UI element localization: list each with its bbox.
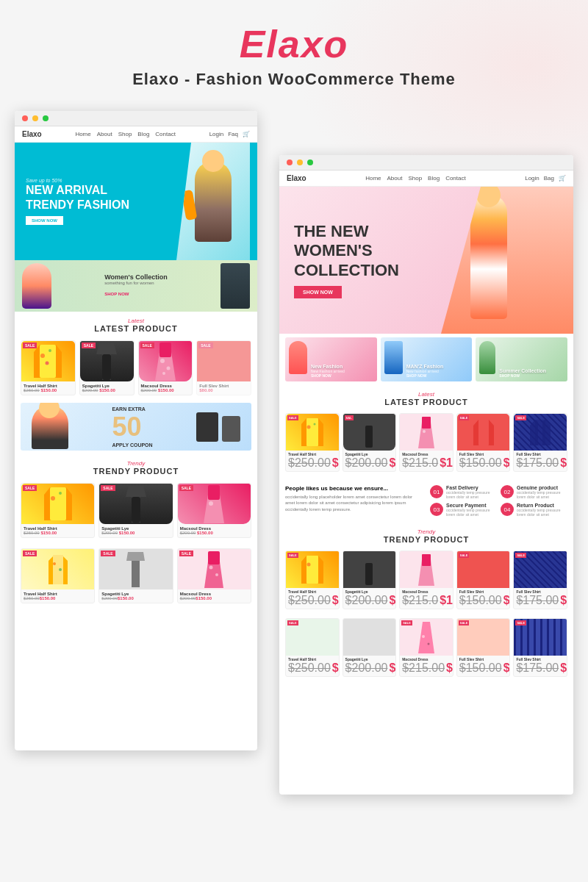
nav-contact-right[interactable]: Contact	[445, 175, 466, 182]
svg-rect-46	[478, 420, 489, 445]
extra-r-5[interactable]: SALE Full Slev Shirt $175.00$80.00	[513, 618, 567, 677]
nav-blog-left[interactable]: Blog	[137, 131, 149, 137]
r-product-4[interactable]: SALE Full Slev Shirt $150.00$80.00	[456, 413, 511, 472]
trendy-italic-left: Trendy	[15, 460, 257, 467]
feature-secure: 03 Secure Payment occidentally temp pres…	[430, 503, 497, 517]
feature-text-3: Secure Payment occidentally temp pressur…	[446, 503, 497, 517]
nav-bag-right[interactable]: Bag	[544, 175, 554, 182]
t-r-img-3	[400, 551, 453, 588]
nav-faq-left[interactable]: Faq	[228, 131, 238, 137]
features-heading: People likes us because we ensure...	[285, 485, 423, 492]
new-price-4: $80.00	[199, 388, 212, 392]
svg-point-26	[53, 562, 56, 565]
product-card-2[interactable]: SALE Spagetiti Lye $200.00 $150.00	[79, 340, 135, 395]
r-info-4: Full Slev Shirt $150.00$80.00	[457, 451, 510, 471]
product-card-1[interactable]: SALE Travel Half Shirt $250.00	[21, 340, 76, 395]
hero-title-right: THE NEW WOMEN'S COLLECTION	[294, 222, 399, 280]
nav-cart-right[interactable]: 🛒	[559, 175, 566, 182]
cat-manz-fashion[interactable]: MAN'Z Fashion New fashion arrived SHOP N…	[381, 337, 473, 381]
svg-point-16	[51, 496, 55, 501]
nav-home-left[interactable]: Home	[75, 131, 90, 137]
feature-text-1: Fast Delivery occidentally temp pressure…	[446, 485, 497, 499]
product-info-4: Full Slev Shirt $80.00	[197, 381, 251, 395]
hero-person-left	[176, 143, 250, 260]
nav-actions-right: Login Bag 🛒	[525, 175, 566, 182]
r-info-3: Macsoul Dress $215.0$150.00	[400, 451, 453, 471]
svg-marker-58	[418, 622, 434, 653]
r-product-5[interactable]: SALE Full Slev Shirt $175.00$80.00	[513, 413, 567, 472]
svg-rect-57	[422, 554, 431, 566]
hero-btn-right[interactable]: SHOW NOW	[294, 286, 342, 298]
extra-r-3[interactable]: SALE Macsoul Dress $215.00$150.00	[399, 618, 453, 677]
nav-shop-left[interactable]: Shop	[118, 131, 132, 137]
cat-summer-collection[interactable]: Summer Collection SHOP NOW	[476, 337, 567, 381]
svg-rect-9	[159, 343, 171, 357]
nav-about-right[interactable]: About	[387, 175, 403, 182]
feature-icon-2: 02	[501, 485, 514, 498]
extra-info-1: Travel Half Shirt $250.00$150.00	[21, 589, 94, 603]
svg-point-4	[49, 349, 51, 352]
cat-new-fashion[interactable]: New Fashion New Fashion arrived SHOP NOW	[285, 337, 377, 381]
womens-banner: Women's Collection something fun for wom…	[15, 260, 257, 312]
t-r-product-2[interactable]: Spagetiti Lye $200.00$80.00	[343, 551, 397, 609]
extra-card-2[interactable]: SALE Spagetiti Lye $200.00$150.00	[98, 548, 173, 603]
browser-bar-right	[279, 155, 573, 171]
trendy-card-1[interactable]: SALE Travel Half Shirt $250.00 $150.00	[21, 483, 95, 538]
hero-btn-left[interactable]: SHOW NOW	[26, 216, 63, 225]
feature-return: 04 Return Product occidentally temp pres…	[501, 503, 567, 517]
t-r-img-2	[343, 551, 396, 588]
nav-login-left[interactable]: Login	[209, 131, 224, 137]
latest-section-left: Latest Latest Product	[15, 312, 257, 337]
feature-genuine: 02 Genuine product occidentally temp pre…	[501, 485, 567, 499]
new-price-2: $150.00	[99, 388, 115, 392]
t-r-product-1[interactable]: SALE Travel Half Shirt $250.00$85.00	[285, 551, 340, 609]
svg-rect-21	[208, 485, 220, 500]
coupon-banner: EARN EXTRA 50 APPLY COUPON	[21, 403, 251, 451]
extra-card-1[interactable]: SALE Travel Half Shirt $250.00$150.00	[21, 548, 95, 603]
dot-red-r	[287, 159, 293, 165]
r-product-2[interactable]: SAL Spagetiti Lye $200.00$80.00	[343, 413, 397, 472]
t-r-product-5[interactable]: SALE Full Slev Shirt $175.00$80.00	[513, 551, 567, 609]
nav-about-left[interactable]: About	[97, 131, 112, 137]
coupon-info: EARN EXTRA 50 APPLY COUPON	[112, 406, 152, 448]
hero-text-left: Save up to 50% NEW ARRIVAL TRENDY FASHIO…	[26, 178, 129, 224]
page-header: Elaxo Elaxo - Fashion WooCommerce Theme	[0, 0, 588, 96]
trendy-info-2: Spagetiti Lye $200.00 $150.00	[99, 524, 172, 537]
products-row-left: SALE Travel Half Shirt $250.00	[15, 337, 257, 399]
extra-r-info-1: Travel Half Shirt $250.00$85.00	[286, 656, 339, 676]
trendy-badge-2: SALE	[101, 485, 115, 491]
product-card-3[interactable]: SALE Macsoul Dress $200.00 $150.00	[138, 340, 193, 395]
womens-model	[22, 263, 51, 309]
extra-card-3[interactable]: SALE Macsoul Dress $200.00$150.00	[177, 548, 251, 603]
svg-point-43	[423, 430, 426, 433]
nav-blog-right[interactable]: Blog	[428, 175, 440, 182]
svg-point-38	[313, 423, 315, 426]
t-r-info-4: Full Slev Shirt $150.00$80.00	[457, 588, 510, 609]
extra-r-info-2: Spagetiti Lye $200.00$80.00	[343, 656, 396, 676]
extra-r-4[interactable]: SALE Full Slev Shirt $150.00$80.00	[456, 618, 511, 677]
nav-login-right[interactable]: Login	[525, 175, 539, 182]
sale-badge-3: SALE	[140, 343, 154, 348]
trendy-title-right: Trendy Product	[279, 535, 573, 544]
t-r-product-3[interactable]: Macsoul Dress $215.0$150.00	[399, 551, 453, 609]
trendy-card-2[interactable]: SALE Spagetiti Lye $200.00 $150.00	[98, 483, 173, 538]
extra-r-1[interactable]: SALE Travel Half Shirt $250.00$85.00	[285, 618, 340, 677]
product-info-1: Travel Half Shirt $250.00 $150.00	[21, 381, 75, 395]
product-card-4[interactable]: SALE Full Slev Shirt $80.00	[196, 340, 251, 395]
extra-r-2[interactable]: Spagetiti Lye $200.00$80.00	[343, 618, 397, 677]
r-product-3[interactable]: Macsoul Dress $215.0$150.00	[399, 413, 453, 472]
hero-teal: Save up to 50% NEW ARRIVAL TRENDY FASHIO…	[15, 143, 257, 260]
nav-home-right[interactable]: Home	[365, 175, 381, 182]
nav-shop-right[interactable]: Shop	[408, 175, 422, 182]
trendy-card-3[interactable]: SALE Macsoul Dress $200.00 $150.00	[177, 483, 251, 538]
svg-rect-19	[132, 497, 140, 523]
t-r-product-4[interactable]: SALE Full Slev Shirt $150.00$80.00	[456, 551, 511, 609]
extra-r-info-3: Macsoul Dress $215.00$150.00	[400, 656, 453, 676]
t-r-info-3: Macsoul Dress $215.0$150.00	[400, 588, 453, 609]
nav-cart-left[interactable]: 🛒	[243, 131, 250, 137]
nav-contact-left[interactable]: Contact	[155, 131, 176, 137]
sale-badge-1: SALE	[23, 343, 37, 348]
r-product-1[interactable]: SALE Travel Half Shirt $250.00$85.00	[285, 413, 340, 472]
womens-shop-link[interactable]: SHOP NOW	[104, 292, 129, 296]
svg-rect-29	[132, 561, 140, 587]
